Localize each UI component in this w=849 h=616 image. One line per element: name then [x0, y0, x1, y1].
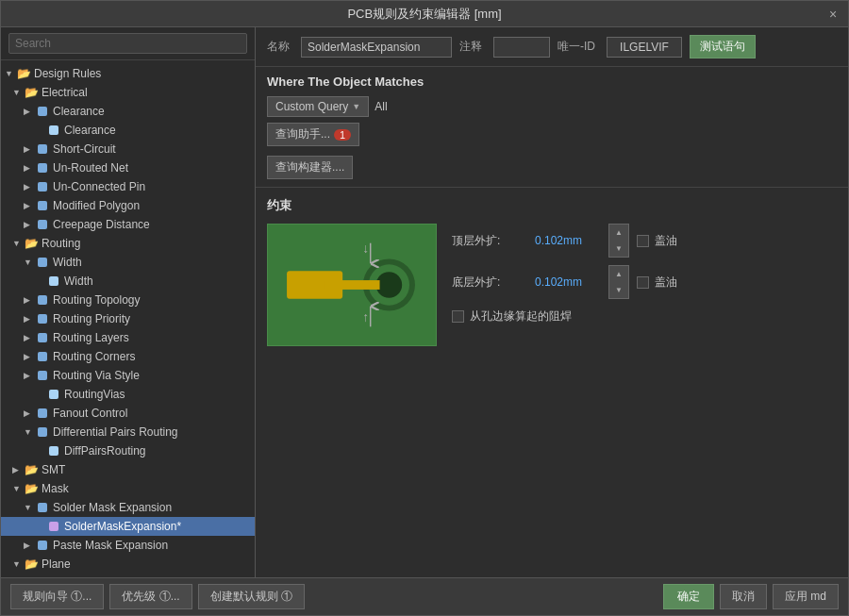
svg-point-4 [376, 272, 403, 298]
tree-node-creepage-distance[interactable]: ▶Creepage Distance [1, 215, 255, 234]
query-builder-button[interactable]: 查询构建器.... [267, 156, 353, 179]
rule-icon-width-group [35, 255, 50, 270]
top-expand-value: 0.102mm [535, 234, 601, 247]
tree-node-soldermaskexp-selected[interactable]: SolderMaskExpansion* [1, 517, 255, 536]
right-panel: 名称 注释 唯一-ID ILGELVIF 测试语句 Where The Obje… [256, 27, 848, 577]
query-helper-button[interactable]: 查询助手... 1 [267, 123, 359, 146]
query-value: All [375, 100, 387, 113]
tree-node-routing-via-style[interactable]: ▶Routing Via Style [1, 366, 255, 385]
tree-label-smt: SMT [42, 463, 65, 476]
query-type-dropdown[interactable]: Custom Query ▼ [267, 96, 369, 117]
helper-row: 查询助手... 1 [267, 123, 837, 146]
rule-icon-un-connected-pin [35, 179, 50, 194]
tree-label-plane: Plane [42, 558, 71, 571]
tree-node-width-group[interactable]: ▼Width [1, 253, 255, 272]
folder-icon-mask: 📂 [24, 481, 39, 496]
main-window: PCB规则及约束编辑器 [mm] × ▼📂Design Rules▼📂Elect… [0, 0, 849, 616]
tree-label-width-group: Width [53, 256, 82, 269]
tree-area: ▼📂Design Rules▼📂Electrical▶ClearanceClea… [1, 60, 255, 577]
rule2-icon-diffpairs-routing [46, 443, 61, 458]
query-type-label: Custom Query [275, 100, 348, 113]
bottom-oil-checkbox[interactable] [637, 276, 649, 289]
tree-node-un-connected-pin[interactable]: ▶Un-Connected Pin [1, 177, 255, 196]
rule-icon-fanout-control [35, 406, 50, 421]
tree-arrow-mask: ▼ [12, 484, 24, 493]
tree-arrow-routing-corners: ▶ [24, 352, 35, 361]
tree-label-routing-priority: Routing Priority [53, 312, 130, 325]
rule2-icon-width-item [46, 274, 61, 289]
tree-arrow-solder-mask-exp: ▼ [24, 503, 35, 512]
rule-icon-diff-pairs-routing [35, 425, 50, 440]
bottom-right-buttons: 确定 取消 应用 md [663, 584, 839, 609]
top-oil-checkbox[interactable] [637, 235, 649, 247]
rule-icon-routing-via-style [35, 368, 50, 383]
tree-label-diffpairs-routing: DiffPairsRouting [64, 444, 145, 458]
tree-node-mask[interactable]: ▼📂Mask [1, 479, 255, 498]
tree-node-routing-priority[interactable]: ▶Routing Priority [1, 309, 255, 328]
hole-edge-checkbox[interactable] [452, 310, 464, 323]
top-expand-spinner[interactable]: ▲ ▼ [608, 224, 629, 258]
create-default-button[interactable]: 创建默认规则 ① [198, 584, 305, 609]
tree-label-routing: Routing [42, 237, 80, 250]
bottom-expand-row: 底层外扩: 0.102mm ▲ ▼ 盖油 [452, 265, 837, 299]
tree-arrow-routing: ▼ [12, 239, 24, 248]
search-input[interactable] [8, 33, 247, 54]
tree-node-smt[interactable]: ▶📂SMT [1, 460, 255, 479]
tree-arrow-routing-topology: ▶ [24, 295, 35, 305]
apply-button[interactable]: 应用 md [773, 584, 839, 609]
tree-label-diff-pairs-routing: Differential Pairs Routing [53, 425, 178, 439]
tree-node-routing-layers[interactable]: ▶Routing Layers [1, 328, 255, 347]
rule-icon-un-routed-net [35, 160, 50, 175]
folder-icon-smt: 📂 [24, 462, 39, 477]
tree-node-clearance-item[interactable]: Clearance [1, 121, 255, 140]
uid-value: ILGELVIF [607, 37, 682, 58]
tree-arrow-routing-layers: ▶ [24, 333, 35, 342]
rule-wizard-button[interactable]: 规则向导 ①... [10, 584, 104, 609]
query-row: Custom Query ▼ All [267, 96, 837, 117]
spin-down-icon: ▼ [615, 244, 623, 253]
ok-button[interactable]: 确定 [663, 584, 714, 609]
tree-node-electrical[interactable]: ▼📂Electrical [1, 83, 255, 102]
tree-node-solder-mask-exp[interactable]: ▼Solder Mask Expansion [1, 498, 255, 517]
tree-label-width-item: Width [64, 275, 93, 288]
builder-row: 查询构建器.... [267, 152, 837, 179]
tree-node-plane[interactable]: ▼📂Plane [1, 555, 255, 574]
name-input[interactable] [301, 37, 452, 58]
top-oil-label: 盖油 [655, 233, 677, 249]
tree-node-un-routed-net[interactable]: ▶Un-Routed Net [1, 158, 255, 177]
tree-node-routing-topology[interactable]: ▶Routing Topology [1, 291, 255, 309]
tree-node-routing-corners[interactable]: ▶Routing Corners [1, 347, 255, 366]
tree-node-paste-mask-exp[interactable]: ▶Paste Mask Expansion [1, 536, 255, 555]
tree-node-routing[interactable]: ▼📂Routing [1, 234, 255, 253]
tree-node-design-rules[interactable]: ▼📂Design Rules [1, 64, 255, 83]
constraints-content: ↓ ↑ 顶层外扩: 0.102mm ▲ ▼ [267, 224, 837, 346]
cancel-button[interactable]: 取消 [720, 584, 767, 609]
tree-node-width-item[interactable]: Width [1, 272, 255, 291]
tree-arrow-routing-via-style: ▶ [24, 371, 35, 380]
tree-node-clearance-group[interactable]: ▶Clearance [1, 102, 255, 121]
svg-rect-5 [324, 280, 379, 290]
tree-node-routing-vias[interactable]: RoutingVias [1, 385, 255, 404]
tree-node-fanout-control[interactable]: ▶Fanout Control [1, 404, 255, 423]
test-button[interactable]: 测试语句 [690, 35, 756, 58]
tree-node-modified-polygon[interactable]: ▶Modified Polygon [1, 196, 255, 215]
close-button[interactable]: × [825, 7, 841, 22]
tree-label-routing-corners: Routing Corners [53, 350, 135, 363]
tree-node-diff-pairs-routing[interactable]: ▼Differential Pairs Routing [1, 423, 255, 441]
where-title: Where The Object Matches [267, 75, 837, 89]
tree-label-un-connected-pin: Un-Connected Pin [53, 180, 145, 193]
rule2-icon-clearance-item [46, 123, 61, 138]
rule-icon-routing-corners [35, 349, 50, 364]
tree-node-short-circuit[interactable]: ▶Short-Circuit [1, 140, 255, 158]
rule-icon-clearance-group [35, 104, 50, 119]
bottom-expand-spinner[interactable]: ▲ ▼ [608, 265, 629, 299]
priority-button[interactable]: 优先级 ①... [109, 584, 191, 609]
tree-label-routing-via-style: Routing Via Style [53, 369, 140, 382]
comment-input[interactable] [493, 37, 550, 58]
tree-arrow-creepage-distance: ▶ [24, 220, 35, 229]
rule2-icon-routing-vias [46, 387, 61, 402]
helper-badge: 1 [334, 129, 351, 141]
tree-node-diffpairs-routing[interactable]: DiffPairsRouting [1, 441, 255, 460]
tree-label-clearance-item: Clearance [64, 124, 116, 137]
tree-arrow-smt: ▶ [12, 465, 24, 474]
